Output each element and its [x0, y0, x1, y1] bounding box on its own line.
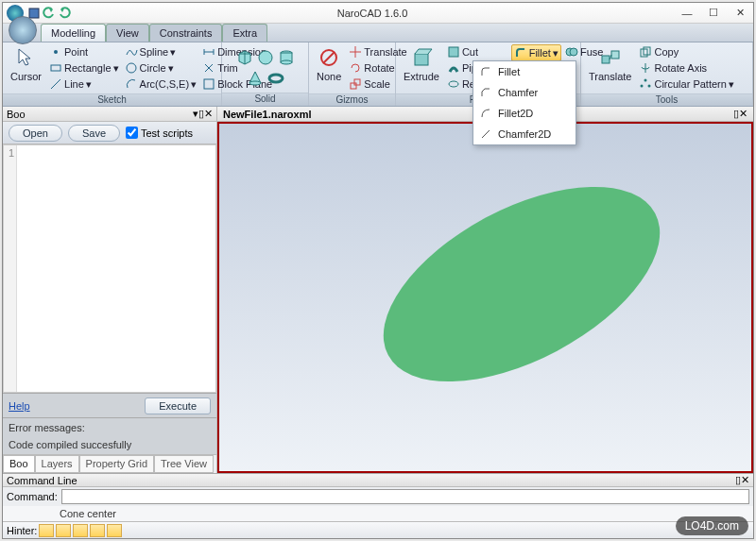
hinter-label: Hinter:	[7, 525, 37, 536]
panel-close-icon[interactable]: ✕	[204, 108, 213, 120]
tab-constraints[interactable]: Constraints	[149, 24, 223, 42]
point-icon	[49, 45, 62, 59]
hinter-btn-1[interactable]	[39, 524, 54, 537]
execute-button[interactable]: Execute	[145, 397, 211, 414]
line-button[interactable]: Line▾	[47, 76, 121, 92]
btab-property-grid[interactable]: Property Grid	[79, 455, 154, 473]
tab-extra[interactable]: Extra	[222, 24, 267, 42]
svg-point-1	[54, 50, 58, 54]
torus-icon[interactable]	[266, 69, 285, 88]
point-button[interactable]: Point	[47, 44, 121, 59]
left-panel: Boo ▾ ▯ ✕ Open Save Test scripts 1 Help …	[3, 107, 217, 473]
svg-line-3	[51, 79, 60, 89]
command-row: Command:	[3, 487, 753, 506]
svg-point-28	[644, 79, 647, 82]
chevron-down-icon: ▾	[553, 47, 558, 59]
svg-rect-2	[51, 65, 60, 71]
help-link[interactable]: Help	[9, 400, 30, 412]
menu-chamfer[interactable]: Chamfer	[473, 82, 576, 103]
command-history: Cone center	[3, 506, 753, 521]
copy-button[interactable]: Copy	[637, 44, 735, 59]
none-icon	[318, 46, 340, 69]
command-input[interactable]	[61, 489, 749, 504]
hinter-btn-3[interactable]	[73, 524, 88, 537]
error-label: Error messages:	[9, 422, 211, 433]
menu-fillet2d[interactable]: Fillet2D	[473, 103, 576, 124]
hinter-btn-5[interactable]	[107, 524, 122, 537]
group-solid: Solid	[222, 42, 309, 106]
qat-undo-icon[interactable]	[43, 7, 56, 20]
blockplane-icon	[202, 77, 215, 91]
open-button[interactable]: Open	[9, 125, 62, 142]
svg-line-16	[323, 52, 335, 63]
rotate-axis-button[interactable]: Rotate Axis	[637, 60, 735, 76]
btab-tree-view[interactable]: Tree View	[154, 455, 214, 473]
document-name[interactable]: NewFile1.naroxml	[223, 109, 312, 120]
btab-boo[interactable]: Boo	[3, 455, 35, 473]
tab-modelling[interactable]: Modelling	[41, 24, 106, 42]
arc-button[interactable]: Arc(C,S,E)▾	[123, 76, 199, 92]
fillet-icon	[479, 65, 492, 78]
window-title: NaroCAD 1.6.0	[71, 8, 674, 19]
close-button[interactable]: ✕	[727, 5, 753, 22]
cone-icon[interactable]	[246, 69, 265, 88]
spline-button[interactable]: Spline▾	[123, 44, 199, 59]
cut-button[interactable]: Cut	[445, 44, 509, 59]
chevron-down-icon: ▾	[191, 78, 197, 91]
qat-redo-icon[interactable]	[58, 7, 71, 20]
menu-fillet[interactable]: Fillet	[473, 61, 576, 82]
maximize-button[interactable]: ☐	[700, 5, 727, 22]
editor-gutter: 1	[4, 145, 17, 392]
rectangle-button[interactable]: Rectangle▾	[47, 60, 121, 76]
viewport-3d[interactable]	[217, 122, 753, 473]
svg-rect-20	[449, 47, 458, 57]
cursor-button[interactable]: Cursor	[7, 44, 45, 84]
hinter-btn-4[interactable]	[90, 524, 105, 537]
chamfer-icon	[479, 86, 492, 99]
rotate-axis-icon	[639, 61, 652, 75]
doc-close-icon[interactable]: ✕	[739, 108, 747, 120]
test-scripts-checkbox[interactable]: Test scripts	[126, 127, 193, 139]
command-label: Command:	[7, 491, 58, 502]
translate-button[interactable]: Translate	[585, 44, 635, 84]
app-menu-orb[interactable]	[9, 16, 37, 44]
fillet-button[interactable]: Fillet▾	[511, 44, 561, 61]
svg-point-12	[281, 60, 292, 64]
ribbon-tabs: Modelling View Constraints Extra	[3, 24, 753, 42]
none-button[interactable]: None	[313, 44, 345, 84]
hinter-btn-2[interactable]	[56, 524, 71, 537]
sphere-icon[interactable]	[256, 48, 275, 67]
save-button[interactable]: Save	[68, 125, 120, 142]
svg-point-21	[449, 81, 458, 87]
svg-rect-17	[351, 83, 356, 89]
fuse-icon	[565, 45, 578, 59]
circle-button[interactable]: Circle▾	[123, 60, 199, 76]
content-area: Boo ▾ ▯ ✕ Open Save Test scripts 1 Help …	[3, 107, 753, 473]
box-icon[interactable]	[235, 48, 254, 67]
ellipse-shape[interactable]	[352, 146, 691, 422]
svg-point-14	[269, 75, 283, 82]
cylinder-icon[interactable]	[277, 48, 296, 67]
btab-layers[interactable]: Layers	[35, 455, 79, 473]
group-sketch-label: Sketch	[3, 93, 221, 106]
cmd-close-icon[interactable]: ✕	[741, 474, 749, 486]
chevron-down-icon: ▾	[170, 46, 176, 59]
svg-point-23	[570, 48, 577, 56]
svg-rect-18	[354, 79, 360, 85]
svg-rect-19	[415, 54, 428, 65]
script-editor[interactable]: 1	[3, 144, 216, 393]
fillet2d-icon	[479, 107, 492, 120]
circular-pattern-button[interactable]: Circular Pattern▾	[637, 76, 735, 92]
quick-access-toolbar	[27, 7, 71, 20]
chevron-down-icon: ▾	[168, 62, 174, 75]
minimize-button[interactable]: —	[674, 5, 700, 22]
tab-view[interactable]: View	[106, 24, 149, 42]
group-solid-label: Solid	[222, 93, 308, 106]
extrude-button[interactable]: Extrude	[400, 44, 443, 84]
pattern-icon	[639, 77, 652, 91]
copy-icon	[639, 45, 652, 59]
extrude-icon	[410, 46, 433, 69]
menu-chamfer2d[interactable]: Chamfer2D	[473, 124, 576, 144]
group-tools-label: Tools	[581, 93, 752, 106]
rectangle-icon	[49, 61, 62, 75]
